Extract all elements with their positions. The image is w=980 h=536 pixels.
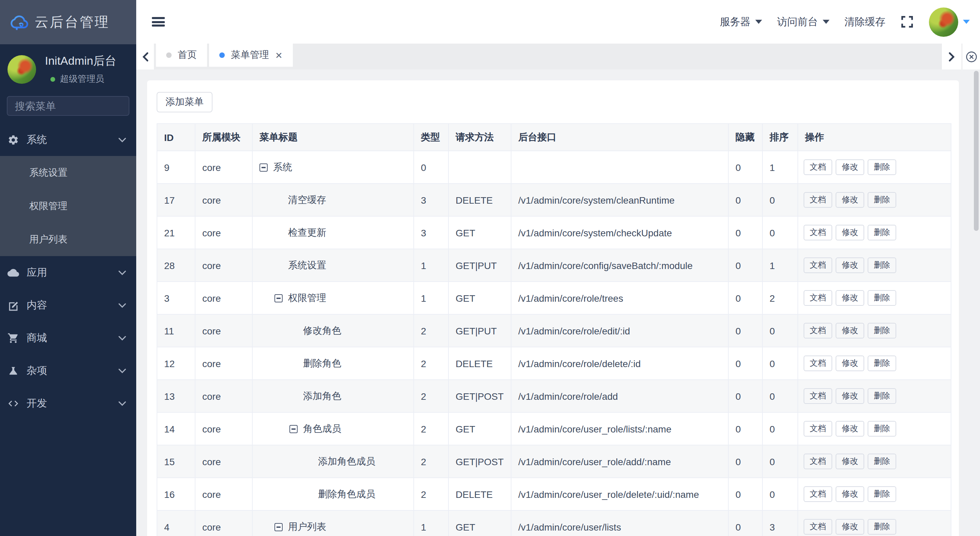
column-header: ID	[157, 124, 195, 151]
collapse-toggle-icon[interactable]	[290, 425, 298, 433]
sidebar-item-mall[interactable]: 商城	[0, 321, 136, 354]
sidebar-item-label: 系统	[27, 133, 118, 146]
table-row: 14core角色成员2GET/v1/admin/core/user_role/l…	[157, 412, 951, 445]
edit-button[interactable]: 修改	[835, 421, 864, 437]
sidebar-menu: 系统系统设置权限管理用户列表应用内容商城杂项开发	[0, 123, 136, 420]
edit-button[interactable]: 修改	[835, 453, 864, 469]
doc-button[interactable]: 文档	[803, 388, 832, 404]
cell-api: /v1/admin/core/user/lists	[511, 511, 729, 536]
cell-sort: 0	[762, 412, 798, 445]
menu-search-input[interactable]	[14, 99, 123, 112]
doc-button[interactable]: 文档	[803, 486, 832, 502]
table-header-row: ID所属模块菜单标题类型请求方法后台接口隐藏排序操作	[157, 124, 951, 151]
tabs-scroll-left-button[interactable]	[136, 44, 154, 70]
edit-button[interactable]: 修改	[835, 225, 864, 240]
hamburger-menu-icon[interactable]	[152, 17, 165, 27]
cell-sort: 0	[762, 183, 798, 216]
delete-button[interactable]: 删除	[868, 519, 896, 534]
edit-button[interactable]: 修改	[835, 290, 864, 306]
user-name: InitAdmin后台	[45, 53, 116, 69]
cell-id: 17	[157, 183, 195, 216]
delete-button[interactable]: 删除	[868, 356, 896, 371]
cell-method: GET	[449, 511, 511, 536]
topbar-link-server[interactable]: 服务器	[720, 15, 762, 28]
delete-button[interactable]: 删除	[868, 159, 896, 175]
edit-button[interactable]: 修改	[835, 519, 864, 534]
delete-button[interactable]: 删除	[868, 192, 896, 208]
cell-id: 3	[157, 282, 195, 314]
sidebar-item-system[interactable]: 系统	[0, 123, 136, 156]
cell-type: 0	[414, 151, 449, 183]
collapse-toggle-icon[interactable]	[274, 294, 283, 302]
edit-button[interactable]: 修改	[835, 356, 864, 371]
table-row: 17core清空缓存3DELETE/v1/admin/core/system/c…	[157, 183, 951, 216]
cell-method: DELETE	[449, 478, 511, 511]
collapse-toggle-icon[interactable]	[274, 523, 283, 531]
cell-method: DELETE	[449, 183, 511, 216]
collapse-toggle-icon[interactable]	[259, 163, 268, 171]
table-row: 28core系统设置1GET|PUT/v1/admin/core/config/…	[157, 249, 951, 282]
doc-button[interactable]: 文档	[803, 159, 832, 175]
cell-actions: 文档修改删除	[798, 249, 951, 282]
sidebar-subitem-user-list[interactable]: 用户列表	[0, 223, 136, 256]
delete-button[interactable]: 删除	[868, 225, 896, 240]
tabs-scroll-right-button[interactable]	[942, 44, 962, 70]
edit-button[interactable]: 修改	[835, 323, 864, 339]
cell-title: 系统设置	[252, 249, 414, 282]
tab-close-icon[interactable]: ✕	[275, 51, 283, 60]
cell-type: 2	[414, 347, 449, 380]
tab-home[interactable]: 首页	[156, 44, 207, 67]
edit-button[interactable]: 修改	[835, 159, 864, 175]
add-menu-button[interactable]: 添加菜单	[157, 92, 213, 112]
vertical-scrollbar-thumb[interactable]	[974, 71, 978, 231]
sidebar-item-apps[interactable]: 应用	[0, 256, 136, 289]
cell-hidden: 0	[729, 380, 762, 412]
doc-button[interactable]: 文档	[803, 192, 832, 208]
delete-button[interactable]: 删除	[868, 388, 896, 404]
doc-button[interactable]: 文档	[803, 421, 832, 437]
cell-title: 清空缓存	[252, 183, 414, 216]
menu-table: ID所属模块菜单标题类型请求方法后台接口隐藏排序操作 9core系统001文档修…	[157, 123, 951, 536]
close-all-tabs-button[interactable]	[962, 44, 980, 70]
edit-button[interactable]: 修改	[835, 388, 864, 404]
doc-button[interactable]: 文档	[803, 290, 832, 306]
doc-button[interactable]: 文档	[803, 356, 832, 371]
doc-button[interactable]: 文档	[803, 453, 832, 469]
cell-api: /v1/admin/core/user_role/delete/:uid/:na…	[511, 478, 729, 511]
header-user-avatar[interactable]	[929, 7, 958, 37]
delete-button[interactable]: 删除	[868, 453, 896, 469]
edit-button[interactable]: 修改	[835, 192, 864, 208]
cell-id: 4	[157, 511, 195, 536]
topbar-link-clear-cache[interactable]: 清除缓存	[845, 15, 885, 28]
edit-button[interactable]: 修改	[835, 258, 864, 273]
table-body: 9core系统001文档修改删除17core清空缓存3DELETE/v1/adm…	[157, 151, 951, 536]
sidebar-item-dev[interactable]: 开发	[0, 387, 136, 420]
sidebar-subitem-system-settings[interactable]: 系统设置	[0, 156, 136, 189]
doc-button[interactable]: 文档	[803, 225, 832, 240]
delete-button[interactable]: 删除	[868, 258, 896, 273]
doc-button[interactable]: 文档	[803, 258, 832, 273]
delete-button[interactable]: 删除	[868, 323, 896, 339]
cell-module: core	[195, 380, 252, 412]
cell-id: 15	[157, 445, 195, 478]
fullscreen-icon[interactable]	[900, 15, 914, 29]
cell-title: 用户列表	[252, 511, 414, 536]
topbar-right: 服务器访问前台清除缓存	[720, 7, 980, 37]
user-avatar	[8, 55, 36, 83]
edit-button[interactable]: 修改	[835, 486, 864, 502]
sidebar-item-content[interactable]: 内容	[0, 289, 136, 321]
code-icon	[8, 398, 19, 409]
delete-button[interactable]: 删除	[868, 290, 896, 306]
delete-button[interactable]: 删除	[868, 486, 896, 502]
cell-api: /v1/admin/core/config/saveBatch/:module	[511, 249, 729, 282]
tab-menu-manage[interactable]: 菜单管理✕	[209, 44, 293, 67]
sidebar-item-misc[interactable]: 杂项	[0, 354, 136, 387]
topbar-link-visit-front[interactable]: 访问前台	[777, 15, 829, 28]
doc-button[interactable]: 文档	[803, 519, 832, 534]
doc-button[interactable]: 文档	[803, 323, 832, 339]
sidebar-item-label: 杂项	[27, 364, 118, 377]
cell-hidden: 0	[729, 511, 762, 536]
delete-button[interactable]: 删除	[868, 421, 896, 437]
sidebar-subitem-permissions[interactable]: 权限管理	[0, 189, 136, 223]
cell-api: /v1/admin/core/system/checkUpdate	[511, 216, 729, 249]
